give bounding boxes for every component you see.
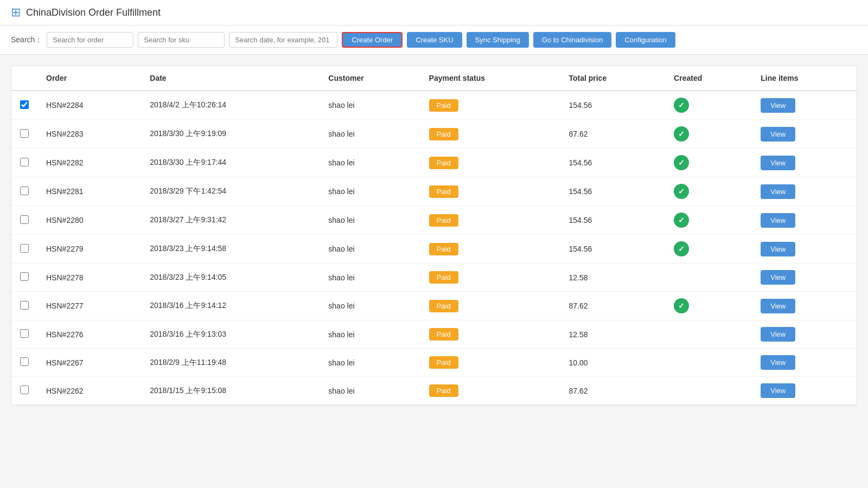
- row-order: HSN#2284: [37, 91, 141, 120]
- row-checkbox[interactable]: [20, 187, 29, 195]
- view-button[interactable]: View: [761, 184, 795, 199]
- row-checkbox[interactable]: [20, 301, 29, 310]
- payment-status-badge: Paid: [429, 328, 458, 341]
- row-checkbox[interactable]: [20, 129, 29, 138]
- row-date: 2018/3/16 上午9:13:03: [141, 320, 320, 349]
- row-checkbox[interactable]: [20, 158, 29, 166]
- row-date: 2018/3/23 上午9:14:58: [141, 235, 320, 264]
- view-button[interactable]: View: [761, 242, 795, 256]
- row-date: 2018/3/23 上午9:14:05: [141, 264, 320, 292]
- orders-tbody: HSN#22842018/4/2 上午10:26:14shao leiPaid1…: [11, 91, 857, 405]
- row-line-items: View: [752, 264, 857, 292]
- row-checkbox[interactable]: [20, 215, 29, 224]
- row-created: ✓: [665, 120, 752, 149]
- row-total-price: 12.58: [560, 264, 665, 292]
- row-line-items: View: [752, 120, 857, 149]
- row-customer: shao lei: [320, 206, 420, 235]
- row-total-price: 154.56: [560, 149, 665, 177]
- row-payment-status: Paid: [420, 349, 560, 377]
- row-checkbox[interactable]: [20, 244, 29, 253]
- row-checkbox[interactable]: [20, 357, 29, 366]
- row-total-price: 87.62: [560, 377, 665, 405]
- row-payment-status: Paid: [420, 120, 560, 149]
- row-payment-status: Paid: [420, 177, 560, 206]
- row-created: [665, 377, 752, 405]
- search-order-input[interactable]: [47, 32, 133, 48]
- row-checkbox[interactable]: [20, 100, 29, 109]
- row-order: HSN#2267: [37, 349, 141, 377]
- created-checkmark-icon: ✓: [674, 241, 689, 256]
- sync-shipping-button[interactable]: Sync Shipping: [467, 32, 529, 48]
- payment-status-badge: Paid: [429, 356, 458, 369]
- row-customer: shao lei: [320, 149, 420, 177]
- created-checkmark-icon: ✓: [674, 298, 689, 313]
- row-order: HSN#2281: [37, 177, 141, 206]
- row-checkbox-cell: [11, 264, 37, 292]
- created-checkmark-icon: ✓: [674, 184, 689, 199]
- table-row: HSN#22622018/1/15 上午9:15:08shao leiPaid8…: [11, 377, 857, 405]
- create-order-button[interactable]: Create Order: [342, 32, 403, 48]
- view-button[interactable]: View: [761, 127, 795, 142]
- row-customer: shao lei: [320, 177, 420, 206]
- view-button[interactable]: View: [761, 213, 795, 228]
- create-sku-button[interactable]: Create SKU: [407, 32, 462, 48]
- row-customer: shao lei: [320, 349, 420, 377]
- go-to-chinadivision-button[interactable]: Go to Chinadivision: [533, 32, 612, 48]
- row-customer: shao lei: [320, 377, 420, 405]
- row-line-items: View: [752, 349, 857, 377]
- row-checkbox[interactable]: [20, 386, 29, 394]
- row-date: 2018/3/30 上午9:17:44: [141, 149, 320, 177]
- col-checkbox: [11, 66, 37, 91]
- row-line-items: View: [752, 292, 857, 320]
- row-checkbox[interactable]: [20, 329, 29, 338]
- app-title: ChinaDivision Order Fulfillment: [26, 7, 161, 18]
- row-line-items: View: [752, 91, 857, 120]
- row-checkbox-cell: [11, 206, 37, 235]
- table-row: HSN#22802018/3/27 上午9:31:42shao leiPaid1…: [11, 206, 857, 235]
- row-payment-status: Paid: [420, 206, 560, 235]
- search-sku-input[interactable]: [138, 32, 225, 48]
- row-total-price: 154.56: [560, 235, 665, 264]
- row-date: 2018/1/15 上午9:15:08: [141, 377, 320, 405]
- view-button[interactable]: View: [761, 270, 795, 285]
- row-checkbox-cell: [11, 120, 37, 149]
- row-payment-status: Paid: [420, 91, 560, 120]
- row-checkbox[interactable]: [20, 272, 29, 281]
- row-total-price: 87.62: [560, 292, 665, 320]
- table-row: HSN#22762018/3/16 上午9:13:03shao leiPaid1…: [11, 320, 857, 349]
- view-button[interactable]: View: [761, 383, 795, 398]
- row-customer: shao lei: [320, 235, 420, 264]
- view-button[interactable]: View: [761, 156, 795, 170]
- col-line-items: Line items: [752, 66, 857, 91]
- search-date-input[interactable]: [229, 32, 337, 48]
- row-line-items: View: [752, 149, 857, 177]
- row-line-items: View: [752, 235, 857, 264]
- row-total-price: 87.62: [560, 120, 665, 149]
- table-row: HSN#22822018/3/30 上午9:17:44shao leiPaid1…: [11, 149, 857, 177]
- row-line-items: View: [752, 320, 857, 349]
- col-date: Date: [141, 66, 320, 91]
- row-created: [665, 264, 752, 292]
- table-row: HSN#22832018/3/30 上午9:19:09shao leiPaid8…: [11, 120, 857, 149]
- row-checkbox-cell: [11, 349, 37, 377]
- row-date: 2018/2/9 上午11:19:48: [141, 349, 320, 377]
- view-button[interactable]: View: [761, 299, 795, 313]
- col-created: Created: [665, 66, 752, 91]
- row-payment-status: Paid: [420, 149, 560, 177]
- app-logo-icon: ⊞: [11, 5, 21, 20]
- configuration-button[interactable]: Configuration: [616, 32, 675, 48]
- row-checkbox-cell: [11, 292, 37, 320]
- row-order: HSN#2276: [37, 320, 141, 349]
- view-button[interactable]: View: [761, 327, 795, 342]
- row-line-items: View: [752, 177, 857, 206]
- row-line-items: View: [752, 377, 857, 405]
- row-date: 2018/4/2 上午10:26:14: [141, 91, 320, 120]
- row-created: ✓: [665, 206, 752, 235]
- col-customer: Customer: [320, 66, 420, 91]
- row-payment-status: Paid: [420, 264, 560, 292]
- view-button[interactable]: View: [761, 355, 795, 370]
- table-row: HSN#22842018/4/2 上午10:26:14shao leiPaid1…: [11, 91, 857, 120]
- payment-status-badge: Paid: [429, 243, 458, 255]
- view-button[interactable]: View: [761, 98, 795, 113]
- toolbar: Search： Create Order Create SKU Sync Shi…: [0, 25, 868, 55]
